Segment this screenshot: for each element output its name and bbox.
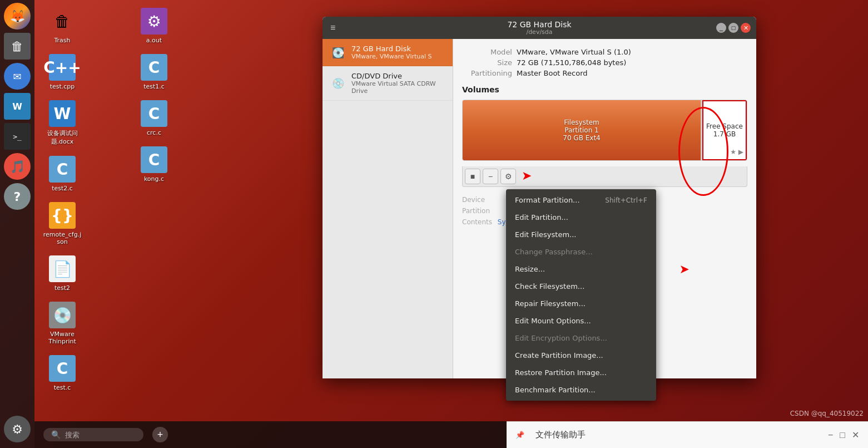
menu-edit-mount[interactable]: Edit Mount Options... (506, 312, 656, 329)
check-filesystem-label: Check Filesystem... (515, 282, 584, 291)
contents-label: Contents (462, 218, 492, 226)
freespace-icons: ★ ▶ (730, 148, 743, 156)
prop-row-model: Model VMware, VMware Virtual S (1.0) (462, 48, 747, 56)
pin-icon: 📌 (515, 431, 524, 439)
desktop-icon-test2-c[interactable]: C test2.c (40, 154, 85, 194)
wechat-close-button[interactable]: ✕ (852, 430, 859, 440)
test2-label: test2 (54, 284, 70, 292)
menu-edit-filesystem[interactable]: Edit Filesystem... (506, 226, 656, 243)
search-input[interactable] (65, 431, 132, 439)
partition1-bar[interactable]: Filesystem Partition 1 70 GB Ext4 (463, 100, 702, 160)
desktop-icon-device-doc[interactable]: W 设备调试问题.docx (40, 98, 85, 148)
menu-resize[interactable]: Resize... ➤ (506, 260, 656, 278)
hard-disk-icon: 💽 (330, 45, 346, 60)
taskbar-terminal[interactable]: >_ (4, 123, 31, 150)
partitioning-value: Master Boot Record (517, 69, 588, 77)
format-partition-label: Format Partition... (515, 196, 580, 204)
device-doc-icon: W (49, 100, 76, 127)
desktop-icon-trash[interactable]: 🗑 Trash (40, 6, 85, 46)
menu-create-image[interactable]: Create Partition Image... (506, 347, 656, 364)
taskbar-music[interactable]: 🎵 (4, 153, 31, 180)
desktop-icon-vmware-disc[interactable]: 💿 VMware Thinprint (40, 299, 85, 347)
wechat-minimize-button[interactable]: − (828, 430, 833, 440)
prop-row-size: Size 72 GB (71,510,786,048 bytes) (462, 58, 747, 67)
search-icon: 🔍 (51, 430, 61, 439)
a-out-icon: ⚙ (141, 8, 167, 35)
edit-encryption-label: Edit Encryption Options... (515, 334, 607, 342)
sidebar-item-hard-disk[interactable]: 💽 72 GB Hard Disk VMware, VMware Virtual… (323, 39, 453, 66)
size-label: Size (462, 58, 512, 67)
gear-button[interactable]: ⚙ (500, 169, 516, 184)
window-title: 72 GB Hard Disk (328, 20, 751, 29)
desktop-icons-area: 🗑 Trash C++ test.cpp W 设备调试问题.docx C tes… (40, 6, 218, 423)
edit-filesystem-label: Edit Filesystem... (515, 230, 576, 239)
cdrom-sub: VMware Virtual SATA CDRW Drive (351, 80, 445, 95)
restore-image-label: Restore Partition Image... (515, 368, 607, 377)
test2-c-label: test2.c (52, 185, 73, 192)
taskbar-writer[interactable]: W (4, 93, 31, 120)
test-c-label: test.c (54, 384, 71, 391)
test2-c-icon: C (49, 156, 76, 183)
menu-restore-image[interactable]: Restore Partition Image... (506, 364, 656, 381)
test-cpp-icon: C++ (49, 54, 76, 81)
test-cpp-label: test.cpp (50, 83, 75, 90)
cdrom-icon: 💿 (330, 76, 346, 91)
model-label: Model (462, 48, 512, 56)
taskbar-help[interactable]: ? (4, 183, 31, 210)
vmware-disc-icon: 💿 (49, 302, 76, 328)
edit-mount-label: Edit Mount Options... (515, 317, 591, 325)
desktop-icon-remote-cfg[interactable]: {} remote_cfg.json (40, 200, 85, 248)
volume-bar: Filesystem Partition 1 70 GB Ext4 Free S… (462, 100, 747, 161)
cdrom-text: CD/DVD Drive VMware Virtual SATA CDRW Dr… (351, 72, 445, 95)
taskbar-firefox[interactable]: 🦊 (4, 3, 31, 29)
window-title-area: 72 GB Hard Disk /dev/sda (328, 20, 751, 36)
wechat-restore-button[interactable]: □ (840, 430, 845, 440)
window-controls: _ □ ✕ (716, 23, 751, 33)
cdrom-name: CD/DVD Drive (351, 72, 445, 80)
disk-utility-window: ≡ 72 GB Hard Disk /dev/sda _ □ ✕ 💽 72 GB… (323, 17, 756, 378)
menu-format-partition[interactable]: Format Partition... Shift+Ctrl+F (506, 191, 656, 209)
menu-benchmark[interactable]: Benchmark Partition... (506, 381, 656, 398)
desktop-icon-kong-c[interactable]: C kong.c (132, 144, 176, 185)
trash-label: Trash (54, 37, 70, 44)
trash-icon: 🗑 (49, 8, 76, 35)
desktop-icon-test2[interactable]: 📄 test2 (40, 253, 85, 294)
crc-c-icon: C (141, 100, 167, 127)
sidebar-item-cdrom[interactable]: 💿 CD/DVD Drive VMware Virtual SATA CDRW … (323, 66, 453, 101)
freespace-bar[interactable]: Free Space 1.7 GB ★ ▶ (702, 100, 747, 160)
window-menu-button[interactable]: ≡ (328, 23, 338, 33)
desktop-icon-test-c[interactable]: C test.c (40, 353, 85, 393)
menu-repair-filesystem[interactable]: Repair Filesystem... (506, 295, 656, 312)
kong-c-icon: C (141, 146, 167, 173)
hard-disk-name: 72 GB Hard Disk (351, 45, 432, 53)
stop-button[interactable]: ■ (465, 169, 480, 184)
desktop-icon-a-out[interactable]: ⚙ a.out (132, 6, 176, 46)
remote-cfg-icon: {} (49, 202, 76, 229)
device-doc-label: 设备调试问题.docx (42, 129, 82, 146)
taskbar-settings[interactable]: ⚙ (4, 416, 31, 442)
close-button[interactable]: ✕ (741, 23, 751, 33)
partitioning-label: Partitioning (462, 69, 512, 77)
menu-check-filesystem[interactable]: Check Filesystem... (506, 278, 656, 295)
maximize-button[interactable]: □ (728, 23, 738, 33)
freespace-text: Free Space 1.7 GB (706, 122, 743, 138)
taskbar-trash[interactable]: 🗑 (4, 33, 31, 60)
vmware-disc-label: VMware Thinprint (42, 331, 82, 345)
desktop-icon-test1-c[interactable]: C test1.c (132, 52, 176, 92)
desktop-icon-crc-c[interactable]: C crc.c (132, 98, 176, 139)
minus-button[interactable]: − (483, 169, 498, 184)
taskbar: 🦊 🗑 ✉ W >_ 🎵 ? ⚙ (0, 0, 34, 448)
add-button[interactable]: + (152, 427, 168, 442)
taskbar-email[interactable]: ✉ (4, 63, 31, 90)
freespace-line2: 1.7 GB (706, 130, 743, 138)
desktop-icon-test-cpp[interactable]: C++ test.cpp (40, 52, 85, 92)
partition-label: Partition (462, 207, 490, 215)
minimize-button[interactable]: _ (716, 23, 726, 33)
menu-edit-partition[interactable]: Edit Partition... (506, 209, 656, 226)
crc-c-label: crc.c (147, 129, 161, 136)
test-c-icon: C (49, 355, 76, 382)
format-partition-shortcut: Shift+Ctrl+F (605, 196, 647, 204)
wechat-panel: 📌 文件传输助手 − □ ✕ (507, 421, 868, 448)
partition1-text: Filesystem Partition 1 70 GB Ext4 (563, 119, 600, 142)
sidebar: 💽 72 GB Hard Disk VMware, VMware Virtual… (323, 39, 453, 378)
